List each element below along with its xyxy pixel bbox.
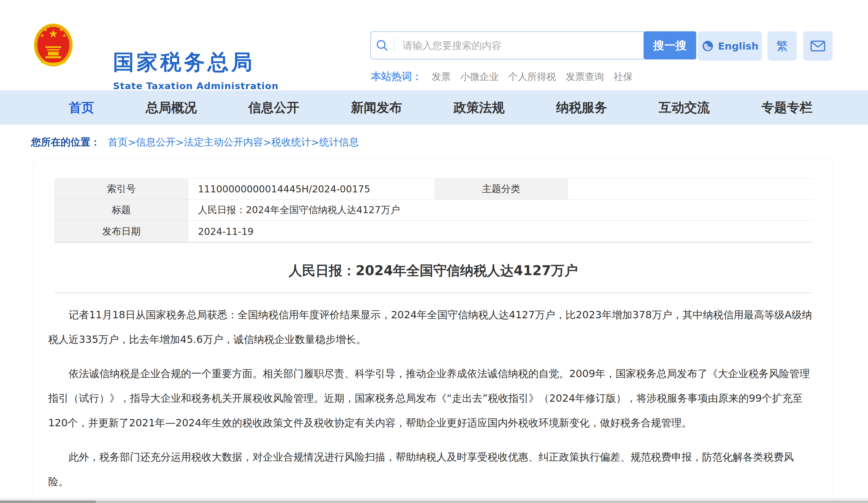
mail-icon <box>810 40 826 52</box>
hot-word-link[interactable]: 发票查询 <box>566 70 604 83</box>
article-body: 记者11月18日从国家税务总局获悉：全国纳税信用年度评价结果显示，2024年全国… <box>48 303 814 503</box>
article-title: 人民日报：2024年全国守信纳税人达4127万户 <box>33 262 833 280</box>
breadcrumb-label: 您所在的位置： <box>31 135 100 149</box>
nav-item-home[interactable]: 首页 <box>69 99 94 116</box>
hot-word-link[interactable]: 个人所得税 <box>508 70 556 83</box>
site-logo-link[interactable]: 国家税务总局 State Taxation Administration <box>33 22 74 68</box>
hot-words-bar: 本站热词： 发票 小微企业 个人所得税 发票查询 社保 <box>371 70 633 84</box>
horizontal-scrollbar-track[interactable] <box>0 501 868 503</box>
language-traditional-button[interactable]: 繁 <box>767 31 797 61</box>
document-meta-table: 索引号 11100000000014445H/2024-00175 主题分类 标… <box>54 178 813 243</box>
nav-item-policies[interactable]: 政策法规 <box>454 99 505 116</box>
article-paragraph: 依法诚信纳税是企业合规的一个重要方面。相关部门履职尽责、科学引导，推动企业养成依… <box>48 361 814 435</box>
breadcrumb: 您所在的位置： 首页 > 信息公开 > 法定主动公开内容 > 税收统计 > 统计… <box>0 125 868 160</box>
breadcrumb-link-tax-statistics[interactable]: 税收统计 <box>271 135 311 149</box>
meta-label-publish-date: 发布日期 <box>54 221 188 242</box>
meta-value-index-number: 11100000000014445H/2024-00175 <box>188 179 434 200</box>
horizontal-scrollbar-thumb[interactable] <box>0 501 96 503</box>
hot-word-link[interactable]: 发票 <box>432 70 451 83</box>
search-input[interactable] <box>394 40 605 51</box>
hot-words-label: 本站热词： <box>371 70 422 84</box>
main-nav: 首页 总局概况 信息公开 新闻发布 政策法规 纳税服务 互动交流 专题专栏 <box>0 90 868 125</box>
breadcrumb-separator: > <box>263 137 271 148</box>
nav-item-news[interactable]: 新闻发布 <box>351 99 402 116</box>
meta-value-topic-category <box>568 179 813 200</box>
mail-button[interactable] <box>803 31 833 61</box>
search-bar: 搜一搜 <box>370 31 696 59</box>
hot-word-link[interactable]: 小微企业 <box>460 70 499 83</box>
national-emblem-icon <box>33 22 74 68</box>
nav-item-interaction[interactable]: 互动交流 <box>659 99 710 116</box>
article-paragraph: 记者11月18日从国家税务总局获悉：全国纳税信用年度评价结果显示，2024年全国… <box>48 303 814 352</box>
site-title-group: 国家税务总局 State Taxation Administration <box>113 48 279 91</box>
breadcrumb-separator: > <box>176 137 184 148</box>
language-english-label: English <box>718 40 758 52</box>
meta-label-title: 标题 <box>54 200 188 221</box>
breadcrumb-link-statutory-content[interactable]: 法定主动公开内容 <box>184 135 263 149</box>
title-divider <box>54 292 813 293</box>
breadcrumb-separator: > <box>311 137 319 148</box>
meta-value-publish-date: 2024-11-19 <box>188 221 813 242</box>
breadcrumb-link-statistical-info[interactable]: 统计信息 <box>319 135 359 149</box>
nav-item-special-topics[interactable]: 专题专栏 <box>761 99 813 116</box>
hot-word-link[interactable]: 社保 <box>613 70 633 83</box>
search-button[interactable]: 搜一搜 <box>643 31 696 59</box>
page: 国家税务总局 State Taxation Administration 搜一搜 <box>0 0 868 503</box>
site-header: 国家税务总局 State Taxation Administration 搜一搜 <box>0 0 868 90</box>
nav-item-info-disclosure[interactable]: 信息公开 <box>248 99 299 116</box>
search-icon <box>371 37 394 54</box>
meta-label-index-number: 索引号 <box>54 179 188 200</box>
breadcrumb-link-info-disclosure[interactable]: 信息公开 <box>136 135 176 149</box>
globe-icon <box>701 40 714 52</box>
breadcrumb-separator: > <box>128 137 136 148</box>
site-title-en: State Taxation Administration <box>113 81 279 91</box>
nav-item-overview[interactable]: 总局概况 <box>146 99 197 116</box>
meta-label-topic-category: 主题分类 <box>434 179 568 200</box>
search-box <box>370 31 643 59</box>
breadcrumb-link-home[interactable]: 首页 <box>108 135 128 149</box>
article-container: 索引号 11100000000014445H/2024-00175 主题分类 标… <box>33 160 833 503</box>
site-title-cn: 国家税务总局 <box>113 48 279 77</box>
meta-value-title: 人民日报：2024年全国守信纳税人达4127万户 <box>188 200 813 221</box>
language-english-button[interactable]: English <box>698 31 762 61</box>
page-bottom-bar <box>0 498 868 503</box>
nav-item-tax-services[interactable]: 纳税服务 <box>556 99 607 116</box>
article-paragraph: 此外，税务部门还充分运用税收大数据，对企业合规情况进行风险扫描，帮助纳税人及时享… <box>48 445 814 494</box>
